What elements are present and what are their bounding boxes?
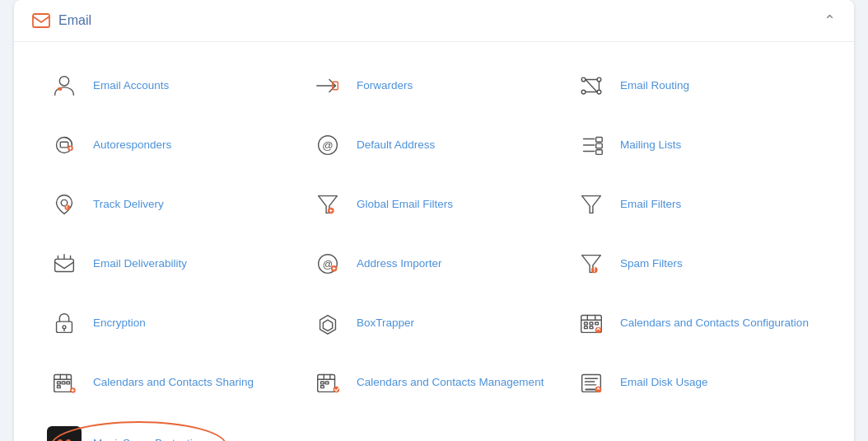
autoresponders-label: Autoresponders xyxy=(93,138,171,152)
svg-rect-82 xyxy=(52,431,77,441)
panel-header-left: Email xyxy=(32,13,91,28)
address-importer-label: Address Importer xyxy=(357,256,442,271)
sidebar-item-boxtrapper[interactable]: BoxTrapper xyxy=(302,296,566,350)
svg-line-10 xyxy=(586,79,597,91)
panel-header: Email ⌃ xyxy=(14,0,854,42)
calendars-contacts-mgmt-label: Calendars and Contacts Management xyxy=(357,375,544,390)
last-row: MagicSpam Protection xyxy=(39,416,829,441)
magicspam-protection-label: MagicSpam Protection xyxy=(93,436,205,441)
calendars-contacts-sharing-label: Calendars and Contacts Sharing xyxy=(93,375,254,390)
svg-rect-31 xyxy=(55,259,74,271)
email-deliverability-icon xyxy=(47,246,82,281)
global-email-filters-label: Global Email Filters xyxy=(357,197,453,212)
track-delivery-label: Track Delivery xyxy=(93,197,164,212)
email-panel: Email ⌃ Email Accounts xyxy=(14,0,854,441)
calendars-contacts-config-icon xyxy=(574,306,609,340)
email-disk-usage-icon xyxy=(574,365,609,400)
svg-point-74 xyxy=(334,387,340,393)
svg-rect-51 xyxy=(585,322,588,325)
svg-rect-65 xyxy=(58,386,61,388)
boxtrapper-icon xyxy=(310,306,345,340)
sidebar-item-calendars-contacts-mgmt[interactable]: Calendars and Contacts Management xyxy=(302,355,566,410)
svg-rect-71 xyxy=(321,382,324,384)
svg-rect-62 xyxy=(58,382,61,384)
panel-title: Email xyxy=(58,13,91,28)
sidebar-item-magicspam-protection[interactable]: MagicSpam Protection xyxy=(39,416,302,441)
svg-marker-30 xyxy=(582,196,601,213)
boxtrapper-label: BoxTrapper xyxy=(357,316,414,331)
sidebar-item-email-disk-usage[interactable]: Email Disk Usage xyxy=(566,355,829,410)
svg-rect-72 xyxy=(325,382,329,384)
calendars-contacts-mgmt-icon xyxy=(310,365,345,400)
encryption-label: Encryption xyxy=(93,316,146,331)
spam-filters-label: Spam Filters xyxy=(620,256,683,271)
email-deliverability-label: Email Deliverability xyxy=(93,256,187,271)
svg-point-1 xyxy=(59,77,68,86)
sidebar-item-track-delivery[interactable]: Track Delivery xyxy=(39,177,302,232)
encryption-icon xyxy=(47,306,82,340)
svg-rect-40 xyxy=(594,267,595,270)
sidebar-item-email-filters[interactable]: Email Filters xyxy=(566,177,829,232)
svg-rect-64 xyxy=(67,382,70,384)
email-accounts-icon xyxy=(47,68,82,103)
svg-rect-41 xyxy=(594,270,595,271)
svg-point-80 xyxy=(595,387,602,393)
sidebar-item-global-email-filters[interactable]: Global Email Filters xyxy=(302,177,566,232)
spam-filters-icon xyxy=(574,246,609,281)
email-routing-label: Email Routing xyxy=(620,78,689,93)
svg-rect-53 xyxy=(595,322,599,325)
mailing-lists-icon xyxy=(574,128,609,162)
svg-rect-63 xyxy=(62,382,65,384)
sidebar-item-address-importer[interactable]: @ Address Importer xyxy=(302,237,566,291)
default-address-icon: @ xyxy=(310,128,345,162)
svg-rect-52 xyxy=(590,322,593,325)
sidebar-item-default-address[interactable]: @ Default Address xyxy=(302,118,566,172)
mailing-lists-label: Mailing Lists xyxy=(620,138,681,152)
svg-rect-0 xyxy=(33,14,49,27)
panel-body: Email Accounts Forwarders xyxy=(14,42,854,441)
items-grid: Email Accounts Forwarders xyxy=(39,59,829,410)
address-importer-icon: @ xyxy=(310,246,345,281)
svg-rect-26 xyxy=(67,205,68,209)
email-routing-icon xyxy=(574,68,609,103)
email-filters-label: Email Filters xyxy=(620,197,681,212)
sidebar-item-forwarders[interactable]: Forwarders xyxy=(302,59,566,113)
sidebar-item-email-routing[interactable]: Email Routing xyxy=(566,59,829,113)
sidebar-item-calendars-contacts-config[interactable]: Calendars and Contacts Configuration xyxy=(566,296,829,350)
svg-marker-46 xyxy=(323,320,332,331)
email-filters-icon xyxy=(574,187,609,222)
track-delivery-icon xyxy=(47,187,82,222)
sidebar-item-email-accounts[interactable]: Email Accounts xyxy=(39,59,302,113)
collapse-icon[interactable]: ⌃ xyxy=(824,12,836,30)
email-accounts-label: Email Accounts xyxy=(93,78,169,93)
email-icon xyxy=(32,13,50,28)
svg-point-25 xyxy=(64,204,70,210)
forwarders-icon xyxy=(310,68,345,103)
autoresponders-icon xyxy=(47,128,82,162)
sidebar-item-mailing-lists[interactable]: Mailing Lists xyxy=(566,118,829,172)
sidebar-item-spam-filters[interactable]: Spam Filters xyxy=(566,237,829,291)
svg-rect-23 xyxy=(596,150,603,155)
svg-point-57 xyxy=(598,327,600,329)
sidebar-item-encryption[interactable]: Encryption xyxy=(39,296,302,350)
svg-rect-27 xyxy=(67,209,68,209)
svg-text:@: @ xyxy=(322,139,333,152)
forwarders-label: Forwarders xyxy=(357,78,413,93)
magicspam-protection-icon xyxy=(47,426,82,441)
svg-rect-21 xyxy=(596,138,603,143)
sidebar-item-calendars-contacts-sharing[interactable]: Calendars and Contacts Sharing xyxy=(39,355,302,410)
sidebar-item-email-deliverability[interactable]: Email Deliverability xyxy=(39,237,302,291)
default-address-label: Default Address xyxy=(357,138,435,152)
global-email-filters-icon xyxy=(310,187,345,222)
svg-rect-2 xyxy=(58,87,62,91)
email-disk-usage-label: Email Disk Usage xyxy=(620,375,708,390)
svg-marker-28 xyxy=(319,196,338,213)
sidebar-item-autoresponders[interactable]: Autoresponders xyxy=(39,118,302,172)
svg-marker-38 xyxy=(582,256,601,273)
svg-rect-55 xyxy=(590,326,593,329)
calendars-contacts-config-label: Calendars and Contacts Configuration xyxy=(620,316,809,331)
svg-rect-14 xyxy=(60,142,68,148)
svg-rect-54 xyxy=(585,326,588,329)
svg-rect-22 xyxy=(596,143,603,148)
svg-rect-73 xyxy=(321,386,324,388)
